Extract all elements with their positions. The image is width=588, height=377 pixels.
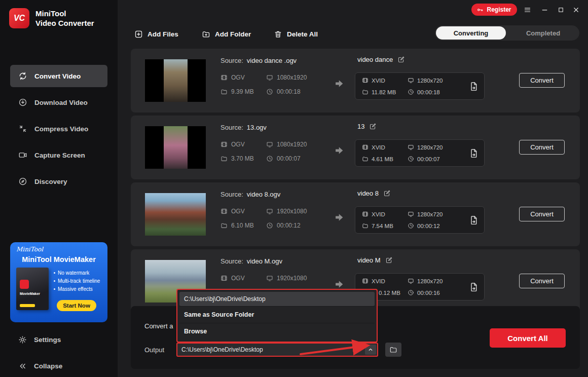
meta-item: 00:00:07: [266, 155, 301, 162]
tab-completed[interactable]: Completed: [507, 25, 579, 41]
source-filename: video 8.ogv: [247, 191, 281, 198]
video-thumbnail: [145, 193, 206, 236]
meta-item: 1920x1080: [266, 208, 307, 215]
meta-item: OGV: [220, 141, 245, 148]
meta-item: 00:00:12: [408, 222, 440, 229]
folder-icon: [362, 89, 369, 95]
meta-item: XVID: [362, 278, 385, 284]
gear-icon: [18, 335, 27, 344]
meta-item: 1280x720: [408, 211, 443, 217]
output-format: XVID: [372, 278, 385, 284]
dropdown-toggle-button[interactable]: [365, 345, 376, 355]
monitor-icon: [266, 208, 273, 215]
convert-all-button[interactable]: Convert All: [490, 328, 566, 348]
output-path-value: C:\Users\bj\OneDrive\Desktop: [177, 346, 365, 353]
output-title: 13: [357, 123, 377, 130]
edit-icon[interactable]: [383, 190, 391, 197]
meta-item: 00:00:18: [266, 88, 301, 95]
tab-converting[interactable]: Converting: [436, 26, 506, 40]
delete-all-button[interactable]: Delete All: [274, 27, 318, 41]
folder-plus-icon: [202, 30, 210, 39]
output-size: 7.54 MB: [372, 223, 393, 229]
start-now-button[interactable]: Start Now: [57, 300, 96, 311]
format-settings-icon[interactable]: [468, 282, 479, 292]
add-folder-button[interactable]: Add Folder: [202, 27, 251, 41]
folder-icon: [362, 222, 369, 229]
source-filename: video M.ogv: [247, 257, 282, 265]
promo-feature-label: No watermark: [58, 270, 89, 276]
edit-icon[interactable]: [397, 56, 405, 63]
sidebar-item-label: Download Video: [34, 99, 88, 106]
moviemaker-promo-card[interactable]: MiniTool MiniTool MovieMaker MovieMaker …: [10, 242, 107, 322]
dropdown-item-current-path[interactable]: C:\Users\bj\OneDrive\Desktop: [179, 292, 375, 306]
register-button[interactable]: Register: [471, 4, 517, 16]
meta-item: 00:00:16: [408, 289, 440, 296]
format-settings-icon[interactable]: [468, 215, 479, 225]
convert-arrow-icon: [334, 279, 345, 290]
add-files-button[interactable]: Add Files: [134, 27, 178, 41]
sidebar-item-capture-screen[interactable]: Capture Screen: [10, 144, 107, 166]
monitor-icon: [408, 278, 414, 284]
maximize-button[interactable]: [555, 4, 567, 15]
output-path-select[interactable]: C:\Users\bj\OneDrive\Desktop: [176, 343, 378, 357]
meta-item: 1280x720: [408, 77, 443, 84]
source-label: Source:: [220, 57, 243, 64]
source-duration: 00:00:12: [277, 222, 301, 229]
convert-button[interactable]: Convert: [519, 140, 565, 155]
meta-item: XVID: [362, 211, 385, 217]
thumbnail-image: [164, 59, 188, 102]
output-settings-box: XVID 1280x720 11.82 MB 00:00:18: [355, 72, 485, 100]
sidebar-collapse-button[interactable]: Collapse: [10, 357, 107, 375]
format-settings-icon[interactable]: [468, 81, 479, 92]
dropdown-item-browse[interactable]: Browse: [179, 323, 375, 340]
discovery-icon: [18, 177, 27, 186]
folder-icon: [220, 155, 228, 162]
edit-icon[interactable]: [369, 123, 377, 130]
output-format: XVID: [372, 144, 385, 150]
format-settings-icon[interactable]: [468, 148, 479, 159]
sidebar-item-discovery[interactable]: Discovery: [10, 170, 107, 193]
output-duration: 00:00:12: [417, 223, 440, 229]
output-settings-box: XVID 1280x720 4.61 MB 00:00:07: [355, 139, 485, 167]
sidebar-item-download-video[interactable]: Download Video: [10, 91, 107, 114]
dropdown-item-same-as-source[interactable]: Same as Source Folder: [179, 306, 375, 323]
convert-button[interactable]: Convert: [519, 73, 565, 88]
edit-icon[interactable]: [385, 256, 393, 264]
menu-button[interactable]: [521, 4, 533, 15]
promo-feature: Multi-track timeline: [54, 278, 100, 284]
convert-button[interactable]: Convert: [519, 207, 565, 221]
convert-button[interactable]: Convert: [519, 274, 565, 288]
promo-feature-list: No watermark Multi-track timeline Massiv…: [54, 270, 100, 292]
source-label: Source:: [220, 191, 243, 198]
close-button[interactable]: [570, 4, 582, 15]
meta-item: 1080x1920: [266, 74, 307, 81]
film-icon: [220, 74, 228, 81]
source-resolution: 1080x1920: [277, 74, 307, 81]
convert-arrow-icon: [334, 212, 345, 223]
app-logo-row: VC MiniTool Video Converter: [0, 0, 118, 28]
meta-item: OGV: [220, 275, 245, 282]
folder-icon: [389, 346, 397, 354]
task-row: Source:video 8.ogv OGV 1920x1080 6.10 MB…: [131, 182, 580, 246]
monitor-icon: [408, 77, 414, 84]
meta-item: 1280x720: [408, 278, 443, 284]
collapse-icon: [18, 362, 27, 370]
minimize-button[interactable]: [538, 4, 550, 15]
output-label: Output: [144, 346, 164, 354]
sidebar-item-settings[interactable]: Settings: [10, 330, 107, 349]
promo-title: MiniTool MovieMaker: [10, 255, 107, 263]
sidebar-item-convert-video[interactable]: Convert Video: [10, 65, 107, 87]
browse-folder-button[interactable]: [385, 343, 401, 357]
film-icon: [220, 141, 228, 148]
output-resolution: 1280x720: [417, 144, 443, 150]
sidebar-item-compress-video[interactable]: Compress Video: [10, 118, 107, 140]
source-size: 3.70 MB: [231, 155, 254, 162]
folder-icon: [362, 156, 369, 162]
source-filename: 13.ogv: [247, 124, 267, 131]
meta-item: OGV: [220, 74, 245, 81]
meta-item: 9.39 MB: [220, 88, 254, 95]
source-size: 9.39 MB: [231, 88, 254, 95]
source-format: OGV: [231, 275, 245, 282]
minitool-video-converter-window: VC MiniTool Video Converter Convert Vide…: [0, 0, 588, 377]
moviemaker-box-strip: [20, 304, 35, 307]
